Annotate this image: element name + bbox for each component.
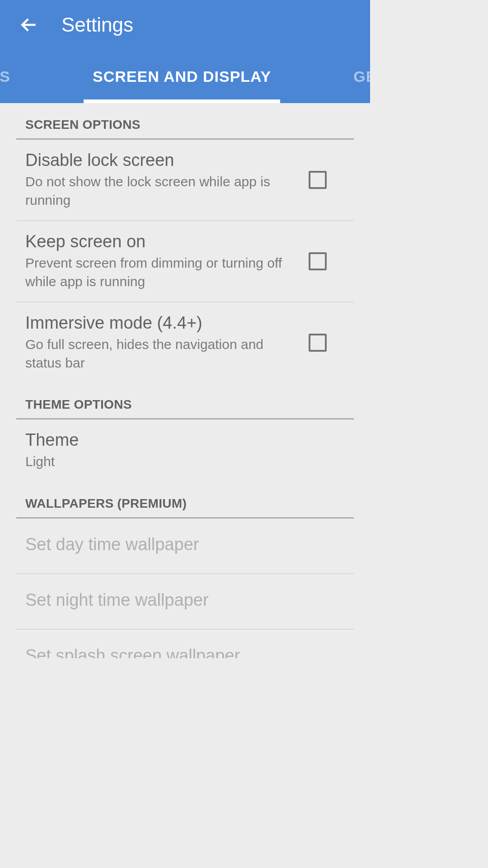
- tab-screen-and-display[interactable]: SCREEN AND DISPLAY: [84, 50, 280, 103]
- app-header: Settings APS SCREEN AND DISPLAY GEN: [0, 0, 370, 103]
- setting-night-wallpaper[interactable]: Set night time wallpaper: [0, 574, 370, 629]
- setting-title: Disable lock screen: [25, 151, 295, 170]
- setting-keep-screen-on[interactable]: Keep screen on Prevent screen from dimmi…: [0, 221, 370, 302]
- setting-text: Immersive mode (4.4+) Go full screen, hi…: [25, 313, 309, 372]
- back-button[interactable]: [18, 14, 40, 36]
- setting-subtitle: Do not show the lock screen while app is…: [25, 173, 295, 209]
- setting-title: Set day time wallpaper: [25, 535, 331, 554]
- header-toolbar: Settings: [0, 0, 370, 50]
- setting-subtitle: Go full screen, hides the navigation and…: [25, 335, 295, 372]
- setting-title: Keep screen on: [25, 232, 295, 251]
- checkbox-immersive-mode[interactable]: [309, 334, 327, 352]
- tab-bar: APS SCREEN AND DISPLAY GEN: [0, 50, 370, 103]
- section-header-theme-options: THEME OPTIONS: [0, 383, 370, 418]
- setting-disable-lock-screen[interactable]: Disable lock screen Do not show the lock…: [0, 140, 370, 220]
- arrow-back-icon: [19, 15, 39, 35]
- setting-text: Theme Light: [25, 430, 345, 471]
- setting-text: Keep screen on Prevent screen from dimmi…: [25, 232, 309, 291]
- page-title: Settings: [61, 14, 133, 36]
- setting-splash-wallpaper[interactable]: Set splash screen wallpaper: [0, 630, 370, 659]
- setting-text: Set night time wallpaper: [25, 590, 345, 613]
- setting-title: Immersive mode (4.4+): [25, 313, 295, 333]
- setting-theme[interactable]: Theme Light: [0, 420, 370, 482]
- checkbox-disable-lock-screen[interactable]: [309, 171, 327, 189]
- settings-content: SCREEN OPTIONS Disable lock screen Do no…: [0, 103, 370, 658]
- tab-general[interactable]: GEN: [344, 50, 370, 103]
- setting-title: Theme: [25, 430, 331, 450]
- setting-text: Disable lock screen Do not show the lock…: [25, 151, 309, 209]
- setting-text: Set day time wallpaper: [25, 535, 345, 557]
- section-header-screen-options: SCREEN OPTIONS: [0, 103, 370, 138]
- setting-title: Set splash screen wallpaper: [25, 646, 331, 659]
- setting-day-wallpaper[interactable]: Set day time wallpaper: [0, 519, 370, 573]
- setting-subtitle: Prevent screen from dimming or turning o…: [25, 254, 295, 291]
- tab-maps[interactable]: APS: [0, 50, 19, 103]
- setting-text: Set splash screen wallpaper: [25, 646, 345, 659]
- setting-subtitle: Light: [25, 453, 331, 471]
- setting-title: Set night time wallpaper: [25, 590, 331, 610]
- section-header-wallpapers: WALLPAPERS (PREMIUM): [0, 482, 370, 517]
- checkbox-keep-screen-on[interactable]: [309, 252, 327, 270]
- setting-immersive-mode[interactable]: Immersive mode (4.4+) Go full screen, hi…: [0, 302, 370, 383]
